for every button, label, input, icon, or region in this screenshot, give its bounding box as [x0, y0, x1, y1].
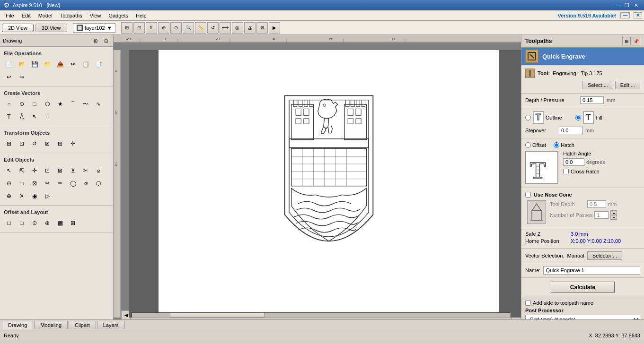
wireframe-button[interactable]: ◎ — [232, 22, 243, 34]
offset-label[interactable]: Offset — [532, 142, 546, 148]
dimension-tool[interactable]: ↔ — [41, 111, 53, 123]
layer-dropdown-arrow[interactable]: ▼ — [107, 25, 112, 31]
cross-hatch-label[interactable]: Cross Hatch — [571, 169, 600, 174]
tab-layers[interactable]: Layers — [97, 321, 125, 329]
drawing-canvas[interactable] — [159, 50, 499, 318]
canvas-area[interactable]: -20 0 20 40 60 80 0 20 40 — [114, 35, 521, 319]
star-tool[interactable]: ★ — [54, 98, 66, 110]
array-tool[interactable]: □ — [16, 177, 28, 189]
open-file-btn[interactable]: 📂 — [16, 58, 28, 70]
origin-button[interactable]: ⊕ — [158, 22, 169, 34]
text-tool[interactable]: T — [3, 111, 15, 123]
rect-tool[interactable]: □ — [28, 98, 41, 110]
scissors-tool[interactable]: ✂ — [79, 164, 92, 177]
cut-btn[interactable]: ✂ — [67, 58, 79, 70]
vector-slice-tool[interactable]: ✂ — [41, 177, 53, 189]
ellipse-tool[interactable]: ⊙ — [16, 98, 28, 110]
rotate-tool[interactable]: ↺ — [28, 138, 41, 150]
passes-down-button[interactable]: ▼ — [610, 215, 617, 220]
outline-label[interactable]: Outline — [546, 115, 562, 120]
undo-btn[interactable]: ↩ — [3, 71, 15, 83]
copy-btn[interactable]: 📋 — [79, 58, 92, 70]
text-arc-tool[interactable]: Ā — [16, 111, 28, 123]
offset-option[interactable]: Offset — [525, 142, 546, 148]
tab-drawing[interactable]: Drawing — [2, 321, 33, 329]
maximize-button[interactable]: ❐ — [623, 2, 631, 9]
menu-help[interactable]: Help — [132, 12, 150, 19]
fill-label[interactable]: Fill — [596, 115, 602, 120]
passes-up-button[interactable]: ▲ — [610, 210, 617, 215]
menu-file[interactable]: File — [2, 12, 18, 19]
panel-icon-btn[interactable]: ⊞ — [91, 36, 100, 45]
copy-along-vectors-tool[interactable]: ⊕ — [41, 217, 53, 229]
layer-selector[interactable]: 🔲 layer102 ▼ — [73, 23, 115, 33]
new-file-btn[interactable]: 📄 — [3, 58, 15, 70]
select-tool-button[interactable]: Select ... — [582, 81, 613, 89]
add-side-label[interactable]: Add side to toolpath name — [525, 300, 593, 306]
hatch-label[interactable]: Hatch — [561, 142, 574, 148]
outline-radio[interactable] — [525, 115, 531, 120]
circle-tool[interactable]: ○ — [3, 98, 15, 110]
layout-tool[interactable]: ⊞ — [67, 217, 79, 229]
menu-model[interactable]: Model — [35, 12, 56, 19]
ruler-button[interactable]: 📏 — [195, 22, 206, 34]
view-2d-button[interactable]: 2D View — [2, 24, 34, 32]
selector-button[interactable]: Selector ... — [587, 251, 623, 260]
post-processor-select[interactable]: Grbl (mm) (*.gcode) — [525, 315, 640, 319]
dogbone-tool[interactable]: ⌀ — [79, 177, 92, 189]
rotate-button[interactable]: ↺ — [207, 22, 219, 34]
offset-tool[interactable]: ⌀ — [92, 164, 105, 177]
toolpath-view-button[interactable]: ⊠ — [256, 22, 268, 34]
version-close-btn[interactable]: ✕ — [634, 12, 642, 18]
view-3d-button[interactable]: 3D View — [35, 24, 67, 32]
calculate-button[interactable]: Calculate — [551, 282, 615, 293]
tile-tool[interactable]: ▦ — [54, 217, 66, 229]
join-tool[interactable]: ⊠ — [54, 164, 66, 177]
group-tool[interactable]: ◉ — [28, 190, 41, 202]
cross-hatch-option[interactable]: Cross Hatch — [563, 169, 640, 174]
node-tool[interactable]: ⇱ — [16, 164, 28, 177]
grid-button[interactable]: # — [146, 22, 157, 34]
redo-btn[interactable]: ↪ — [16, 71, 28, 83]
tool-depth-input[interactable] — [587, 200, 606, 208]
ungroup-tool[interactable]: ▷ — [41, 190, 53, 202]
stepover-input[interactable] — [559, 127, 582, 134]
tab-clipart[interactable]: Clipart — [69, 321, 96, 329]
import-btn[interactable]: 📤 — [54, 58, 66, 70]
circular-copy-tool[interactable]: ⊙ — [28, 217, 41, 229]
zoom-select-button[interactable]: 🔍 — [183, 22, 194, 34]
cursor-tool[interactable]: ↖ — [28, 111, 41, 123]
version-min-btn[interactable]: — — [620, 12, 630, 18]
print-button[interactable]: 🖨 — [244, 22, 256, 34]
paint-tool[interactable]: ✏ — [54, 177, 66, 189]
nose-cone-label[interactable]: Use Nose Cone — [534, 192, 572, 198]
minimize-button[interactable]: — — [613, 2, 622, 9]
fill-radio[interactable] — [575, 115, 581, 120]
arc-tool[interactable]: ⌒ — [67, 98, 79, 110]
add-side-checkbox[interactable] — [525, 300, 531, 306]
paste-btn[interactable]: 📑 — [92, 58, 105, 70]
panel-pin-btn[interactable]: 📌 — [632, 37, 640, 45]
panel-float-btn[interactable]: ⊟ — [102, 36, 110, 45]
canvas-content[interactable] — [129, 50, 521, 318]
scale-tool[interactable]: ⊡ — [16, 138, 28, 150]
snap-grid-button[interactable]: ⊞ — [121, 22, 132, 34]
outline-option[interactable]: T Outline — [525, 111, 562, 124]
close-button[interactable]: ✕ — [632, 2, 640, 9]
select-tool[interactable]: ↖ — [3, 164, 15, 177]
polyline-tool[interactable]: ∿ — [92, 98, 105, 110]
align-tool[interactable]: ⊞ — [54, 138, 66, 150]
menu-gadgets[interactable]: Gadgets — [105, 12, 132, 19]
num-passes-input[interactable] — [594, 211, 609, 219]
nest-tool[interactable]: ⊠ — [28, 177, 41, 189]
snap-button[interactable]: ⊡ — [133, 22, 145, 34]
offset-vectors-tool[interactable]: □ — [3, 217, 15, 229]
weld-tool[interactable]: ⊻ — [67, 164, 79, 177]
smooth-tool[interactable]: ⊙ — [3, 177, 15, 189]
menu-edit[interactable]: Edit — [18, 12, 35, 19]
menu-view[interactable]: View — [86, 12, 105, 19]
passes-spinner[interactable]: ▲ ▼ — [610, 210, 617, 220]
name-input[interactable] — [543, 266, 640, 275]
cross-hatch-checkbox[interactable] — [563, 169, 569, 174]
menu-toolpaths[interactable]: Toolpaths — [56, 12, 86, 19]
